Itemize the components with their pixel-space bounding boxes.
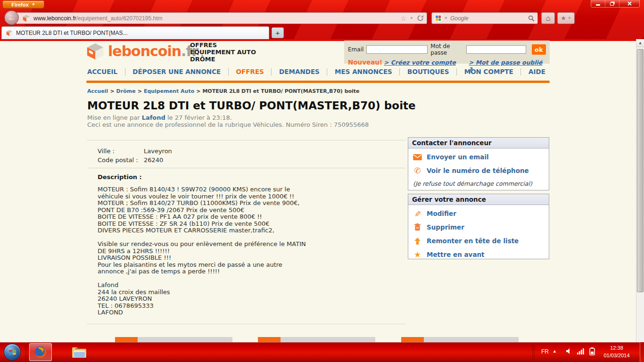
taskbar-grip [25,345,28,359]
plus-icon: + [276,29,280,37]
login-ok-button[interactable]: ok [532,44,546,55]
nav-item-aide[interactable]: AIDE [528,68,545,75]
taskbar-clock[interactable]: 12:38 01/03/2014 [601,344,633,359]
bookmarks-star-icon: ★ [561,15,566,22]
bottom-action-button[interactable] [115,337,232,342]
breadcrumb: Accueil>Drôme>Equipement Auto>MOTEUR 2L8… [87,88,360,94]
nav-separator [228,68,229,75]
send-email-link[interactable]: Envoyer un email [427,153,489,161]
search-bar[interactable]: ▼ [431,12,538,24]
scroll-up-arrow-icon[interactable]: ▲ [636,39,644,47]
tray-expand-icon[interactable]: ▲ [553,349,557,354]
modify-item[interactable]: ✎ Modifier [408,205,549,219]
nav-item-offres[interactable]: OFFRES [236,68,264,75]
back-button[interactable]: ← [4,10,19,25]
author-link[interactable]: Lafond [142,114,165,121]
send-email-item[interactable]: Envoyer un email [408,148,549,162]
action-icon [115,337,138,342]
nav-separator [456,68,457,75]
create-account-link[interactable]: > Créez votre compte [384,59,456,66]
bump-item[interactable]: Remonter en tête de liste [408,232,549,246]
taskbar-firefox-button[interactable] [29,343,52,361]
home-button[interactable]: ⌂ [541,12,555,24]
chevron-down-icon[interactable]: ▼ [444,16,448,20]
nav-item-mes-annonces[interactable]: MES ANNONCES [335,68,392,75]
firefox-menu-button[interactable]: Firefox ▼ [2,0,44,8]
search-icon[interactable] [528,15,535,22]
google-icon [435,15,442,22]
browser-chrome: Firefox ▼ ← www.leboncoin.fr/equipement_… [0,0,644,39]
restore-icon [610,2,614,6]
taskbar-explorer-button[interactable] [69,344,90,361]
site-logo[interactable]: leboncoin.fr [86,42,198,60]
delete-link[interactable]: Supprimer [427,223,464,231]
nav-item-deposer[interactable]: DÉPOSER UNE ANNONCE [132,68,221,75]
bookmark-star-icon[interactable]: ☆ [401,15,407,22]
action-icon [258,337,281,342]
login-box: Email Mot de passe ok Nouveau! > Créez v… [344,41,550,64]
nav-item-boutiques[interactable]: BOUTIQUES [407,68,449,75]
browser-tab[interactable]: MOTEUR 2L8 DTI et TURBO/ PONT(MAS... [1,26,269,39]
breadcrumb-equipement-auto[interactable]: Equipement Auto [144,88,194,94]
ad-params: Ville : Laveyron Code postal : 26240 [98,147,172,165]
scrollbar-thumb[interactable] [637,49,644,292]
envelope-icon [413,154,422,160]
show-desktop-button[interactable] [640,342,644,362]
action-icon [401,337,424,342]
network-signal-icon[interactable] [577,347,586,356]
tab-favicon-icon [6,30,13,36]
chevron-down-icon: ▼ [32,2,35,7]
home-icon: ⌂ [546,14,551,23]
window-controls [591,0,640,8]
scrollbar[interactable]: ▲ [636,39,644,342]
breadcrumb-accueil[interactable]: Accueil [87,88,108,94]
url-text[interactable]: www.leboncoin.fr/equipement_auto/6207021… [33,15,397,22]
chevron-down-icon[interactable]: ▼ [410,16,413,20]
pro-line: Ceci est une annonce de professionnel de… [87,121,369,128]
close-button[interactable] [619,0,639,7]
nav-item-mon-compte[interactable]: MON COMPTE [464,68,513,75]
battery-icon[interactable] [589,347,595,357]
minimize-button[interactable] [591,0,605,7]
breadcrumb-separator: > [196,88,200,94]
view-phone-item[interactable]: ✆ Voir le numéro de téléphone [408,162,549,176]
password-field[interactable] [466,45,526,54]
windows-flag-icon [8,348,17,356]
url-bar[interactable]: www.leboncoin.fr/equipement_auto/6207021… [16,12,427,24]
taskbar-grip [532,345,535,359]
logo-main: leboncoin [108,43,181,59]
firefox-menu-label: Firefox [11,2,29,8]
param-value: Laveyron [144,147,172,156]
view-phone-link[interactable]: Voir le numéro de téléphone [427,167,529,174]
param-value: 26240 [144,156,163,165]
context-line: DRÔME [190,56,256,63]
bottom-action-button[interactable] [401,337,519,342]
reload-icon[interactable] [417,15,424,22]
language-indicator[interactable]: FR [541,348,549,355]
breadcrumb-drome[interactable]: Drôme [116,88,136,94]
search-input[interactable] [450,15,526,22]
start-button[interactable] [4,344,21,361]
bump-link[interactable]: Remonter en tête de liste [427,237,519,245]
breadcrumb-separator: > [110,88,114,94]
new-tab-button[interactable]: + [272,27,284,38]
url-path: /equipement_auto/620702195.htm [76,15,163,22]
nav-item-demandes[interactable]: DEMANDES [279,68,320,75]
manage-ad-box: Gérer votre annonce ✎ Modifier Supprimer… [408,194,549,259]
nav-item-accueil[interactable]: ACCUEIL [87,68,117,75]
url-domain: www.leboncoin.fr [33,15,76,22]
feature-item[interactable]: ★ Mettre en avant [408,246,549,260]
posted-line: Mise en ligne par Lafond le 27 février à… [87,114,369,121]
bottom-action-button[interactable] [258,337,375,342]
bookmarks-button[interactable]: ★ ▼ [557,12,575,24]
volume-icon[interactable] [565,347,573,357]
email-field[interactable] [366,45,428,54]
modify-link[interactable]: Modifier [427,210,456,217]
star-icon: ★ [413,251,422,259]
listing-context: OFFRES EQUIPEMENT AUTO DRÔME [190,41,256,63]
main-nav: ACCUEIL DÉPOSER UNE ANNONCE OFFRES DEMAN… [87,68,545,75]
restore-button[interactable] [605,0,619,7]
delete-item[interactable]: Supprimer [408,219,549,232]
feature-link[interactable]: Mettre en avant [427,251,485,258]
folder-icon [72,346,87,359]
